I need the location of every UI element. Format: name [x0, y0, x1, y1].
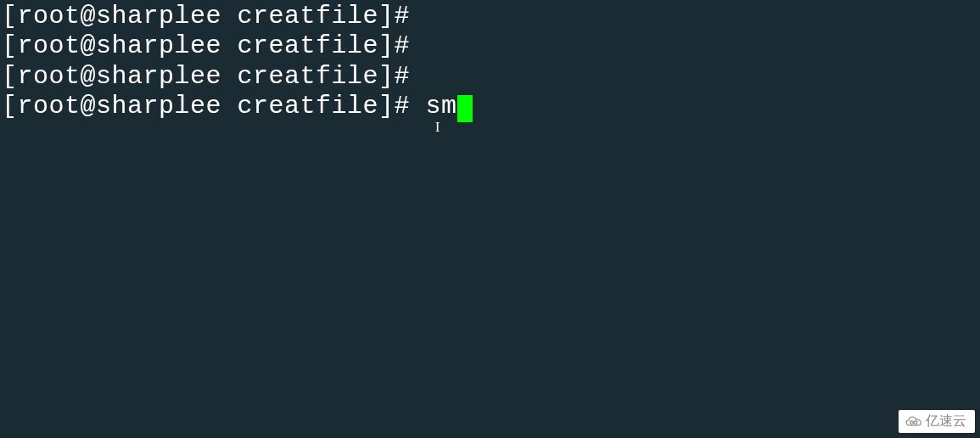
terminal-line: [root@sharplee creatfile]# [2, 31, 980, 61]
shell-command-input[interactable]: sm [426, 92, 457, 121]
svg-point-1 [914, 421, 917, 424]
terminal-line: [root@sharplee creatfile]# sm [2, 92, 980, 121]
shell-prompt: [root@sharplee creatfile]# [2, 62, 426, 91]
shell-prompt: [root@sharplee creatfile]# [2, 31, 426, 60]
shell-prompt: [root@sharplee creatfile]# [2, 92, 426, 121]
shell-prompt: [root@sharplee creatfile]# [2, 2, 426, 31]
watermark-text: 亿速云 [926, 413, 966, 430]
terminal-area[interactable]: [root@sharplee creatfile]# [root@sharple… [2, 2, 980, 122]
terminal-line: [root@sharplee creatfile]# [2, 2, 980, 31]
svg-point-0 [910, 421, 914, 424]
watermark-badge: 亿速云 [899, 410, 975, 433]
text-caret-icon: I [435, 120, 440, 136]
terminal-cursor [457, 95, 473, 122]
terminal-line: [root@sharplee creatfile]# [2, 62, 980, 92]
cloud-icon [905, 415, 922, 429]
